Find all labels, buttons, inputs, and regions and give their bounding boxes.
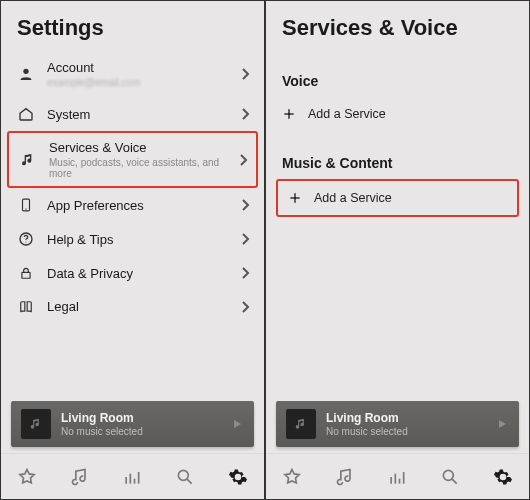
chevron-right-icon: [240, 67, 250, 81]
tab-search[interactable]: [165, 467, 205, 487]
play-icon[interactable]: [495, 417, 509, 431]
row-label: Services & Voice: [49, 140, 238, 155]
svg-point-4: [25, 241, 26, 242]
row-label: Help & Tips: [47, 232, 240, 247]
row-subtitle: example@email.com: [47, 77, 240, 88]
plus-icon: [286, 191, 304, 205]
services-voice-screen: Services & Voice Voice Add a Service Mus…: [265, 0, 530, 500]
chevron-right-icon: [240, 107, 250, 121]
chevron-right-icon: [238, 153, 248, 167]
player-room: Living Room: [326, 411, 495, 425]
row-label: Data & Privacy: [47, 266, 240, 281]
lock-icon: [15, 265, 37, 281]
settings-item-legal[interactable]: Legal: [1, 290, 264, 323]
chevron-right-icon: [240, 300, 250, 314]
svg-point-10: [178, 470, 188, 480]
tab-music[interactable]: [325, 467, 365, 487]
player-status: No music selected: [326, 426, 495, 437]
page-title: Settings: [1, 1, 264, 51]
play-icon[interactable]: [230, 417, 244, 431]
tab-bar: [266, 453, 529, 499]
row-label: System: [47, 107, 240, 122]
tab-settings[interactable]: [483, 467, 523, 487]
svg-line-11: [187, 479, 192, 484]
chevron-right-icon: [240, 198, 250, 212]
page-title: Services & Voice: [266, 1, 529, 51]
settings-item-data-privacy[interactable]: Data & Privacy: [1, 256, 264, 290]
settings-list: Account example@email.com System: [1, 51, 264, 323]
chevron-right-icon: [240, 232, 250, 246]
book-icon: [15, 300, 37, 314]
help-icon: [15, 231, 37, 247]
home-icon: [15, 106, 37, 122]
chevron-right-icon: [240, 266, 250, 280]
person-icon: [15, 66, 37, 82]
music-note-icon: [17, 152, 39, 168]
settings-item-help-tips[interactable]: Help & Tips: [1, 222, 264, 256]
tab-bar: [1, 453, 264, 499]
svg-rect-5: [22, 272, 30, 278]
row-subtitle: Music, podcasts, voice assistants, and m…: [49, 157, 238, 179]
add-voice-service[interactable]: Add a Service: [266, 95, 529, 133]
settings-item-services-voice[interactable]: Services & Voice Music, podcasts, voice …: [7, 131, 258, 188]
album-art-placeholder: [286, 409, 316, 439]
tab-favorites[interactable]: [272, 467, 312, 487]
svg-line-21: [452, 479, 457, 484]
settings-item-account[interactable]: Account example@email.com: [1, 51, 264, 97]
settings-screen: Settings Account example@email.com Sys: [0, 0, 265, 500]
svg-point-0: [23, 69, 28, 74]
album-art-placeholder: [21, 409, 51, 439]
tab-rooms[interactable]: [112, 467, 152, 487]
phone-icon: [15, 197, 37, 213]
add-music-service[interactable]: Add a Service: [276, 179, 519, 217]
mini-player[interactable]: Living Room No music selected: [276, 401, 519, 447]
row-label: Account: [47, 60, 240, 75]
tab-settings[interactable]: [218, 467, 258, 487]
plus-icon: [280, 107, 298, 121]
tab-favorites[interactable]: [7, 467, 47, 487]
mini-player[interactable]: Living Room No music selected: [11, 401, 254, 447]
row-label: App Preferences: [47, 198, 240, 213]
settings-item-app-preferences[interactable]: App Preferences: [1, 188, 264, 222]
section-header-voice: Voice: [266, 51, 529, 95]
row-label: Legal: [47, 299, 240, 314]
tab-rooms[interactable]: [377, 467, 417, 487]
player-status: No music selected: [61, 426, 230, 437]
section-header-music: Music & Content: [266, 133, 529, 177]
tab-search[interactable]: [430, 467, 470, 487]
player-room: Living Room: [61, 411, 230, 425]
add-service-label: Add a Service: [304, 191, 392, 205]
svg-point-20: [443, 470, 453, 480]
add-service-label: Add a Service: [298, 107, 386, 121]
settings-item-system[interactable]: System: [1, 97, 264, 131]
tab-music[interactable]: [60, 467, 100, 487]
